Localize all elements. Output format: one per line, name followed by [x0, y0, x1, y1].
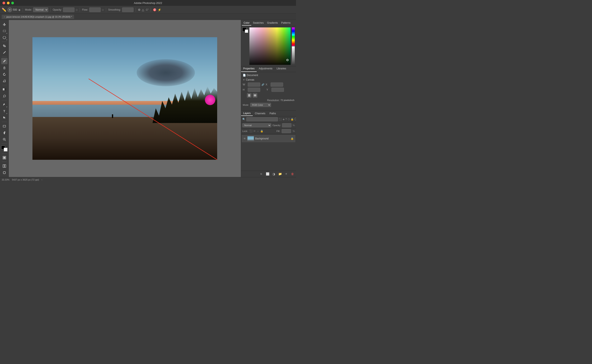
document-header: 📄 Document	[243, 74, 294, 77]
eyedropper-tool[interactable]	[1, 49, 7, 56]
flow-toggle-icon[interactable]: ◇	[102, 8, 104, 11]
tab-color[interactable]: Color	[242, 20, 251, 26]
symmetry-icon[interactable]: ⚡	[158, 8, 161, 11]
height-input[interactable]: 3625 px	[248, 88, 260, 92]
lock-position-icon[interactable]: ✏	[254, 130, 256, 133]
add-adjustment-button[interactable]: ◑	[271, 172, 276, 176]
text-tool[interactable]: T	[1, 108, 7, 114]
svg-rect-3	[4, 68, 5, 69]
document-canvas[interactable]	[33, 37, 217, 160]
background-color[interactable]	[4, 148, 7, 151]
lock-pixels-icon[interactable]: ⬛	[249, 130, 253, 133]
tab-paths[interactable]: Paths	[268, 111, 278, 116]
width-input[interactable]: 5437 px	[248, 83, 260, 87]
move-tool[interactable]	[1, 21, 7, 27]
main-layout: T	[0, 20, 296, 177]
close-button[interactable]	[2, 2, 5, 4]
landscape-btn[interactable]	[253, 93, 257, 98]
frame-tool[interactable]	[1, 163, 7, 169]
figure-element	[112, 114, 113, 118]
pressure-icon[interactable]: 🎯	[153, 8, 156, 11]
gradient-tool[interactable]	[1, 86, 7, 92]
lock-art-icon[interactable]: ↔	[257, 130, 259, 133]
history-tool[interactable]	[1, 71, 7, 78]
background-swatch[interactable]	[245, 30, 248, 33]
layers-search-input[interactable]: Kind	[246, 117, 278, 121]
x-input[interactable]: 0 px	[271, 83, 283, 87]
add-layer-button[interactable]: +	[284, 172, 289, 176]
maximize-button[interactable]	[11, 2, 14, 4]
document-section: 📄 Document	[243, 74, 294, 77]
opacity-input[interactable]: 100%	[63, 7, 74, 12]
brush-tool-icon[interactable]: ✏️	[2, 7, 6, 12]
tab-close[interactable]: ×	[4, 16, 5, 18]
tool-sep-7	[2, 153, 7, 154]
brush-preset[interactable]: ● 500	[7, 7, 17, 12]
color-fg-bg-swatches[interactable]	[242, 27, 248, 33]
hand-tool[interactable]	[1, 130, 7, 136]
fill-input[interactable]: 100%	[282, 129, 291, 133]
filter-toggle-icon[interactable]: ·	[295, 118, 296, 120]
stamp-tool[interactable]	[1, 65, 7, 71]
portrait-btn[interactable]	[247, 93, 251, 98]
filter-adj-icon[interactable]: ◈	[283, 118, 285, 121]
smoothing-input[interactable]: 10%	[122, 7, 134, 12]
eraser-tool[interactable]	[1, 78, 7, 84]
brush-tool[interactable]	[1, 58, 7, 64]
filter-smart-icon[interactable]: 🔒	[291, 118, 294, 121]
add-mask-button[interactable]: ⬜	[265, 172, 270, 176]
pen-tool[interactable]	[1, 101, 7, 108]
angle-icon[interactable]: △	[142, 8, 144, 11]
opacity-layers-input[interactable]: 100%	[282, 123, 291, 127]
dodge-tool[interactable]	[1, 93, 7, 99]
tab-filename: jason-briscoe-1HlJIE4CBQI-unsplash (1).j…	[6, 16, 72, 18]
layer-thumbnail	[247, 136, 254, 141]
document-tab[interactable]: × jason-briscoe-1HlJIE4CBQI-unsplash (1)…	[2, 15, 74, 19]
filter-type-icon[interactable]: T	[285, 118, 287, 121]
orientation-row	[247, 93, 294, 98]
zoom-tool[interactable]	[1, 136, 7, 143]
nav-arrow[interactable]: ›	[42, 178, 42, 181]
titlebar: Adobe Photoshop 2022	[0, 0, 296, 6]
minimize-button[interactable]	[7, 2, 10, 4]
canvas-area[interactable]	[9, 20, 241, 177]
tab-gradients[interactable]: Gradients	[265, 20, 280, 26]
options-toolbar: ✏️ ● 500 ◈ Mode: Normal Opacity: 100% ◇ …	[0, 6, 296, 14]
layer-visibility-icon[interactable]: 👁	[243, 137, 246, 140]
marquee-tool[interactable]	[1, 28, 7, 34]
fx-button[interactable]: fx	[259, 172, 263, 176]
lasso-tool[interactable]	[1, 34, 7, 41]
window-controls[interactable]	[2, 2, 14, 4]
mode-select[interactable]: Normal	[33, 7, 48, 12]
mode-prop-select[interactable]: RGB Color	[250, 103, 271, 107]
layer-background[interactable]: 👁 Background 🔒	[242, 135, 295, 142]
color-spectrum-picker[interactable]	[249, 27, 291, 65]
y-input[interactable]: 0 px	[271, 88, 284, 92]
shape-tool[interactable]	[1, 123, 7, 129]
mask-mode-tool[interactable]	[1, 155, 7, 161]
settings-icon[interactable]: ⚙	[138, 8, 141, 11]
tab-layers[interactable]: Layers	[241, 111, 253, 116]
filter-pixel-icon[interactable]: ⬛	[279, 118, 282, 121]
tab-properties[interactable]: Properties	[241, 66, 257, 72]
filter-shape-icon[interactable]: ⬡	[288, 118, 290, 121]
delete-layer-button[interactable]: 🗑	[290, 172, 295, 176]
brush-stroke-icon[interactable]: ◈	[18, 8, 20, 11]
tab-patterns[interactable]: Patterns	[280, 20, 292, 26]
add-group-button[interactable]: 📁	[278, 172, 282, 176]
tab-adjustments[interactable]: Adjustments	[257, 66, 275, 72]
artboard-tool[interactable]	[1, 169, 7, 176]
tab-channels[interactable]: Channels	[253, 111, 268, 116]
lock-all-icon[interactable]: 🔒	[260, 130, 263, 133]
blend-mode-select[interactable]: Normal	[242, 123, 271, 127]
path-selection-tool[interactable]	[1, 115, 7, 121]
color-swatches[interactable]	[1, 146, 7, 151]
lock-label: Lock:	[242, 130, 248, 132]
opacity-toggle-icon[interactable]: ◇	[76, 8, 78, 11]
flow-input[interactable]: 10%	[89, 7, 101, 12]
tab-libraries[interactable]: Libraries	[275, 66, 288, 72]
tab-swatches[interactable]: Swatches	[251, 20, 265, 26]
alpha-slider[interactable]	[292, 46, 295, 65]
crop-tool[interactable]	[1, 43, 7, 49]
hue-slider[interactable]	[292, 27, 295, 46]
